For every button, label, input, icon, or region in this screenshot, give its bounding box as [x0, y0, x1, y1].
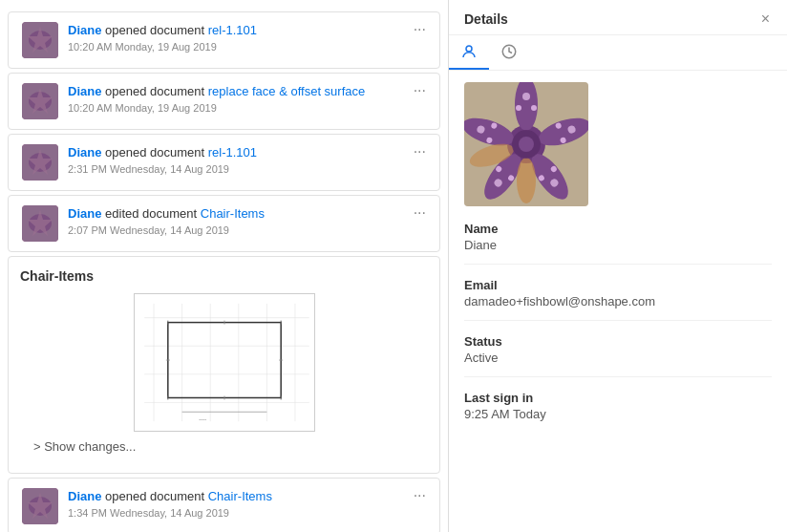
- activity-list: Diane opened document rel-1.101 10:20 AM…: [0, 0, 448, 532]
- doc-link[interactable]: rel-1.101: [208, 23, 257, 37]
- tab-user[interactable]: [449, 35, 489, 70]
- more-options-button[interactable]: ···: [410, 144, 430, 160]
- activity-item: Diane opened document rel-1.101 10:20 AM…: [8, 11, 440, 69]
- name-field: Name Diane: [464, 222, 772, 265]
- tab-history[interactable]: [489, 35, 529, 70]
- profile-image: [464, 82, 588, 206]
- activity-time: 10:20 AM Monday, 19 Aug 2019: [68, 102, 426, 114]
- activity-panel: Diane opened document rel-1.101 10:20 AM…: [0, 0, 449, 532]
- activity-content: Diane opened document Chair-Items 1:34 P…: [68, 488, 426, 519]
- activity-time: 1:34 PM Wednesday, 14 Aug 2019: [68, 507, 426, 519]
- details-body: Name Diane Email damadeo+fishbowl@onshap…: [449, 71, 787, 532]
- action-text: edited document: [105, 206, 201, 221]
- avatar: [22, 144, 58, 181]
- email-value: damadeo+fishbowl@onshape.com: [464, 294, 772, 309]
- activity-item: Diane opened document Chair-Items 1:34 P…: [8, 478, 440, 532]
- action-text: opened document: [105, 145, 208, 160]
- doc-link[interactable]: Chair-Items: [201, 206, 265, 221]
- activity-time: 2:07 PM Wednesday, 14 Aug 2019: [68, 224, 426, 236]
- last-signin-field: Last sign in 9:25 AM Today: [464, 391, 772, 433]
- details-panel: Details ×: [449, 0, 787, 532]
- show-changes-button[interactable]: > Show changes...: [20, 432, 428, 461]
- svg-point-64: [519, 137, 534, 152]
- activity-text: Diane opened document rel-1.101: [68, 144, 426, 161]
- avatar: [22, 83, 58, 119]
- activity-text: Diane opened document Chair-Items: [68, 488, 426, 505]
- doc-link[interactable]: rel-1.101: [208, 145, 257, 160]
- activity-text: Diane opened document rel-1.101: [68, 22, 426, 39]
- email-label: Email: [464, 278, 772, 292]
- doc-link[interactable]: Chair-Items: [208, 489, 272, 503]
- status-field: Status Active: [464, 334, 772, 377]
- last-signin-label: Last sign in: [464, 391, 772, 405]
- name-label: Name: [464, 222, 772, 236]
- activity-content: Diane opened document rel-1.101 10:20 AM…: [68, 22, 426, 53]
- svg-point-61: [517, 158, 536, 203]
- user-name-link[interactable]: Diane: [68, 206, 101, 221]
- user-name-link[interactable]: Diane: [68, 84, 101, 98]
- details-title: Details: [464, 11, 508, 27]
- chair-items-card: Chair-Items: [8, 256, 440, 474]
- chair-diagram: ----: [20, 293, 428, 432]
- svg-text:----: ----: [199, 416, 206, 422]
- activity-item: Diane opened document rel-1.101 2:31 PM …: [8, 134, 440, 191]
- activity-text: Diane opened document replace face & off…: [68, 83, 426, 100]
- action-text: opened document: [105, 84, 208, 98]
- details-header: Details ×: [449, 0, 787, 35]
- activity-text: Diane edited document Chair-Items: [68, 205, 426, 223]
- action-text: opened document: [105, 23, 208, 37]
- more-options-button[interactable]: ···: [410, 488, 430, 503]
- email-field: Email damadeo+fishbowl@onshape.com: [464, 278, 772, 321]
- activity-time: 2:31 PM Wednesday, 14 Aug 2019: [68, 163, 426, 175]
- user-name-link[interactable]: Diane: [68, 489, 101, 503]
- status-value: Active: [464, 351, 772, 365]
- activity-content: Diane opened document rel-1.101 2:31 PM …: [68, 144, 426, 175]
- svg-point-52: [516, 105, 521, 111]
- last-signin-value: 9:25 AM Today: [464, 407, 772, 421]
- svg-point-46: [522, 93, 530, 100]
- avatar: [22, 22, 58, 58]
- avatar: [22, 488, 58, 524]
- activity-content: Diane opened document replace face & off…: [68, 83, 426, 114]
- activity-time: 10:20 AM Monday, 19 Aug 2019: [68, 41, 426, 53]
- more-options-button[interactable]: ···: [410, 205, 430, 221]
- details-tabs: [449, 35, 787, 71]
- activity-item: Diane edited document Chair-Items 2:07 P…: [8, 195, 440, 252]
- activity-content: Diane edited document Chair-Items 2:07 P…: [68, 205, 426, 236]
- more-options-button[interactable]: ···: [410, 83, 430, 98]
- user-name-link[interactable]: Diane: [68, 23, 101, 37]
- activity-item: Diane opened document replace face & off…: [8, 73, 440, 130]
- avatar: [22, 205, 58, 242]
- action-text: opened document: [105, 489, 208, 503]
- status-label: Status: [464, 334, 772, 349]
- chair-items-title: Chair-Items: [20, 268, 428, 284]
- name-value: Diane: [464, 238, 772, 252]
- doc-link[interactable]: replace face & offset surface: [208, 84, 366, 98]
- more-options-button[interactable]: ···: [410, 22, 430, 37]
- svg-point-36: [466, 46, 472, 52]
- svg-point-51: [531, 105, 537, 111]
- svg-rect-22: [167, 323, 280, 398]
- user-name-link[interactable]: Diane: [68, 145, 101, 160]
- close-button[interactable]: ×: [759, 11, 772, 27]
